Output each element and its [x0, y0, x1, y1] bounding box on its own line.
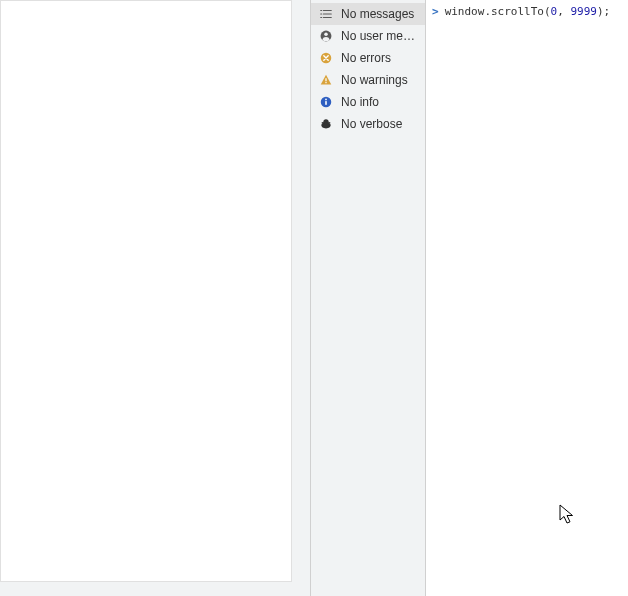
console-code: window.scrollTo(0, 9999);	[445, 5, 611, 18]
filter-user-messages[interactable]: No user me…	[311, 25, 425, 47]
warning-icon	[318, 72, 334, 88]
svg-point-15	[323, 119, 328, 124]
svg-rect-9	[325, 78, 326, 81]
filter-label: No user me…	[341, 29, 415, 43]
filter-label: No errors	[341, 51, 391, 65]
svg-rect-18	[322, 124, 324, 125]
filter-errors[interactable]: No errors	[311, 47, 425, 69]
page-content-area	[0, 0, 310, 596]
filter-info[interactable]: No info	[311, 91, 425, 113]
filter-label: No verbose	[341, 117, 402, 131]
filter-label: No info	[341, 95, 379, 109]
console-input-line[interactable]: > window.scrollTo(0, 9999);	[426, 4, 628, 19]
filter-verbose[interactable]: No verbose	[311, 113, 425, 135]
svg-rect-10	[325, 82, 326, 83]
svg-rect-19	[328, 124, 330, 125]
console-panel[interactable]: > window.scrollTo(0, 9999);	[425, 0, 628, 596]
svg-point-7	[324, 33, 328, 37]
filter-label: No messages	[341, 7, 414, 21]
user-icon	[318, 28, 334, 44]
console-filter-sidebar: No messages No user me… No errors	[310, 0, 425, 596]
messages-icon	[318, 6, 334, 22]
filter-messages[interactable]: No messages	[311, 3, 425, 25]
filter-warnings[interactable]: No warnings	[311, 69, 425, 91]
svg-rect-12	[325, 101, 327, 105]
prompt-chevron-icon: >	[432, 5, 439, 18]
filter-label: No warnings	[341, 73, 408, 87]
error-icon	[318, 50, 334, 66]
svg-rect-13	[325, 99, 327, 101]
page-content-card	[0, 0, 292, 582]
verbose-icon	[318, 116, 334, 132]
info-icon	[318, 94, 334, 110]
